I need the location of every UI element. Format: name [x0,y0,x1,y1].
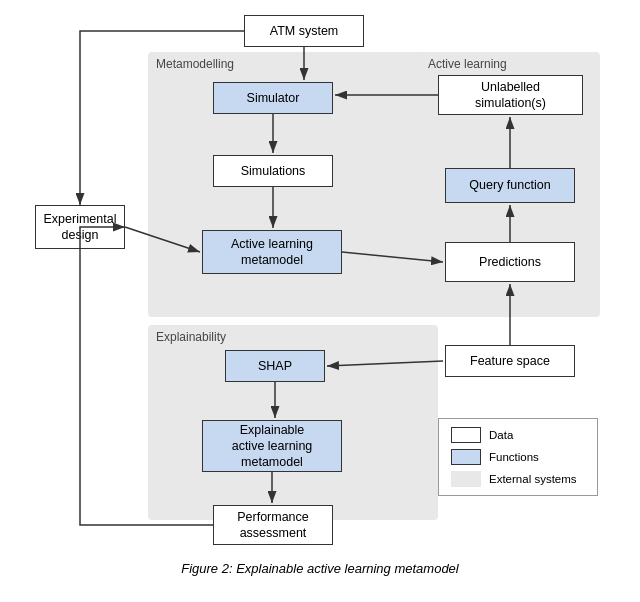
legend-external: External systems [451,471,585,487]
legend: Data Functions External systems [438,418,598,496]
simulator-box: Simulator [213,82,333,114]
legend-functions: Functions [451,449,585,465]
figure-caption: Figure 2: Explainable active learning me… [181,561,459,576]
atm-box: ATM system [244,15,364,47]
legend-data-icon [451,427,481,443]
shap-box: SHAP [225,350,325,382]
legend-external-icon [451,471,481,487]
metamodelling-label: Metamodelling [156,57,234,71]
performance-box: Performance assessment [213,505,333,545]
predictions-box: Predictions [445,242,575,282]
explainable-box: Explainable active learning metamodel [202,420,342,472]
unlabelled-box: Unlabelled simulation(s) [438,75,583,115]
legend-data: Data [451,427,585,443]
explainability-label: Explainability [156,330,226,344]
simulations-box: Simulations [213,155,333,187]
experimental-box: Experimental design [35,205,125,249]
diagram: Metamodelling Active learning Explainabi… [30,10,610,555]
legend-functions-icon [451,449,481,465]
active-metamodel-box: Active learning metamodel [202,230,342,274]
query-box: Query function [445,168,575,203]
active-learning-label: Active learning [428,57,507,71]
feature-space-box: Feature space [445,345,575,377]
